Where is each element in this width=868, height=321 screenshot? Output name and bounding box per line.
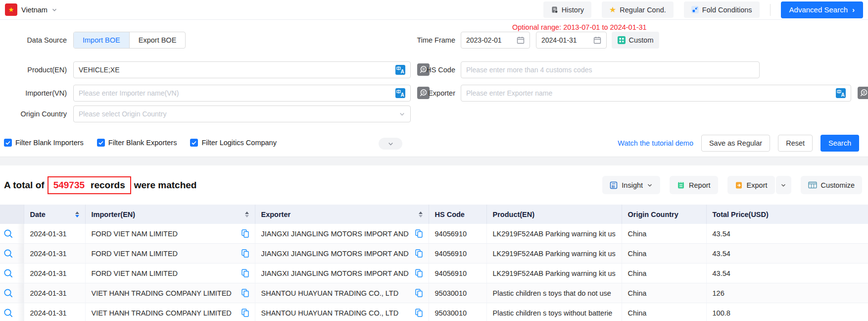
row-detail-cell	[0, 244, 24, 264]
search-button[interactable]: Search	[820, 135, 859, 152]
export-button[interactable]: Export	[727, 176, 775, 194]
fuzzy-search-icon[interactable]	[858, 87, 868, 99]
optional-range-text: Optional range: 2013-07-01 to 2024-01-31	[512, 23, 647, 31]
translate-icon[interactable]: A	[836, 88, 846, 98]
advanced-search-button[interactable]: Advanced Search ›	[781, 1, 863, 18]
report-button[interactable]: Report	[670, 176, 718, 194]
total-price-cell: 43.54	[706, 224, 868, 244]
table-row: 2024-01-31 FORD VIET NAM LIMITED JIANGXI…	[0, 264, 868, 283]
exporter-name: JIANGXI JIANGLING MOTORS IMPORT AND	[261, 250, 409, 258]
copy-icon[interactable]	[241, 309, 249, 317]
country-selector[interactable]: ★ Vietnam	[5, 3, 57, 16]
fold-conditions-button[interactable]: Fold Conditions	[684, 1, 760, 18]
product-cell: LK2919F524AB Parking warning kit us	[486, 244, 622, 264]
insight-button[interactable]: BI Insight	[602, 176, 660, 194]
custom-label: Custom	[629, 36, 654, 44]
checkbox-checked-icon	[97, 139, 105, 147]
copy-icon[interactable]	[241, 269, 249, 277]
sort-desc-icon	[75, 215, 79, 217]
copy-icon[interactable]	[415, 269, 423, 277]
column-header-exporter[interactable]: Exporter	[255, 205, 429, 224]
product-en-input[interactable]	[79, 66, 392, 74]
tab-export-boe[interactable]: Export BOE	[129, 32, 186, 48]
copy-icon[interactable]	[415, 289, 423, 297]
row-detail-cell	[0, 303, 24, 321]
row-detail-magnifier-icon[interactable]	[0, 264, 24, 283]
filter-label: Filter Blank Importers	[15, 139, 84, 147]
origin-country-cell: China	[622, 303, 706, 321]
origin-country-label: Origin Country	[0, 106, 67, 122]
report-label: Report	[689, 181, 711, 189]
save-as-regular-button[interactable]: Save as Regular	[701, 135, 770, 152]
reset-button[interactable]: Reset	[778, 135, 813, 152]
filter-logitics-company-checkbox[interactable]: Filter Logitics Company	[190, 139, 277, 147]
collapse-panel-button[interactable]	[379, 138, 402, 150]
copy-icon[interactable]	[415, 309, 423, 317]
date-cell: 2024-01-31	[24, 283, 85, 303]
row-detail-magnifier-icon[interactable]	[0, 224, 24, 243]
importer-name: FORD VIET NAM LIMITED	[92, 250, 178, 258]
history-label: History	[562, 6, 584, 14]
tutorial-demo-link[interactable]: Watch the tutorial demo	[618, 139, 693, 147]
star-icon: ★	[609, 5, 616, 14]
records-count-annotation-box: 549735 records	[48, 176, 131, 194]
sort-control[interactable]	[419, 212, 423, 217]
data-source-tabs: Import BOE Export BOE	[73, 32, 186, 49]
product-en-field: A	[73, 61, 411, 78]
sort-desc-icon	[419, 215, 423, 217]
hs-code-cell: 95030010	[429, 303, 486, 321]
checkbox-checked-icon	[4, 139, 12, 147]
regular-cond-button[interactable]: ★ Regular Cond.	[602, 1, 674, 18]
total-price-cell: 100.8	[706, 303, 868, 321]
date-to-input[interactable]: 2024-01-31	[536, 32, 607, 49]
copy-icon[interactable]	[241, 249, 249, 258]
importer-cell: VIET HANH TRADING COMPANY LIMITED	[85, 303, 255, 321]
filter-blank-importers-checkbox[interactable]: Filter Blank Importers	[4, 139, 84, 147]
customize-button[interactable]: Customize	[801, 176, 863, 194]
column-header-date[interactable]: Date	[24, 205, 85, 224]
fold-icon	[691, 6, 699, 13]
tab-import-boe[interactable]: Import BOE	[74, 32, 129, 48]
checkbox-checked-icon	[190, 139, 198, 147]
origin-country-cell: China	[622, 244, 706, 264]
detail-column-header	[0, 205, 24, 224]
header-label: Importer(EN)	[92, 211, 136, 218]
copy-icon[interactable]	[415, 229, 423, 238]
row-detail-magnifier-icon[interactable]	[0, 283, 24, 303]
filter-blank-exporters-checkbox[interactable]: Filter Blank Exporters	[97, 139, 177, 147]
country-name: Vietnam	[21, 6, 48, 14]
filter-checkboxes: Filter Blank Importers Filter Blank Expo…	[4, 139, 277, 147]
table-header-row: Date Importer(EN) Exporter HS Co	[0, 205, 868, 224]
custom-range-button[interactable]: Custom	[612, 32, 659, 49]
total-price-cell: 43.54	[706, 244, 868, 264]
copy-icon[interactable]	[415, 249, 423, 258]
customize-table-icon	[808, 181, 817, 189]
export-options-button[interactable]	[776, 176, 791, 194]
date-cell: 2024-01-31	[24, 244, 85, 264]
exporter-input[interactable]	[466, 89, 833, 97]
sort-control[interactable]	[75, 212, 79, 217]
search-form: Optional range: 2013-07-01 to 2024-01-31…	[0, 20, 868, 157]
header-label: Date	[30, 211, 46, 218]
total-price-cell: 43.54	[706, 264, 868, 283]
chevron-down-icon	[780, 182, 786, 188]
importer-vn-input[interactable]	[79, 89, 392, 97]
copy-icon[interactable]	[241, 289, 249, 297]
filter-label: Filter Logitics Company	[201, 139, 277, 147]
row-detail-magnifier-icon[interactable]	[0, 303, 24, 321]
hs-code-input[interactable]	[466, 66, 754, 74]
history-button[interactable]: History	[543, 1, 591, 18]
table-row: 2024-01-31 FORD VIET NAM LIMITED JIANGXI…	[0, 224, 868, 244]
table-row: 2024-01-31 FORD VIET NAM LIMITED JIANGXI…	[0, 244, 868, 264]
exporter-cell: JIANGXI JIANGLING MOTORS IMPORT AND	[255, 244, 429, 264]
origin-placeholder: Please select Origin Country	[79, 110, 399, 118]
date-from-input[interactable]: 2023-02-01	[461, 32, 530, 49]
sort-asc-icon	[245, 212, 249, 214]
sort-asc-icon	[419, 212, 423, 214]
column-header-importer[interactable]: Importer(EN)	[85, 205, 255, 224]
data-source-label: Data Source	[0, 32, 67, 49]
sort-control[interactable]	[245, 212, 249, 217]
origin-country-select[interactable]: Please select Origin Country	[73, 106, 411, 122]
row-detail-magnifier-icon[interactable]	[0, 244, 24, 263]
copy-icon[interactable]	[241, 229, 249, 238]
